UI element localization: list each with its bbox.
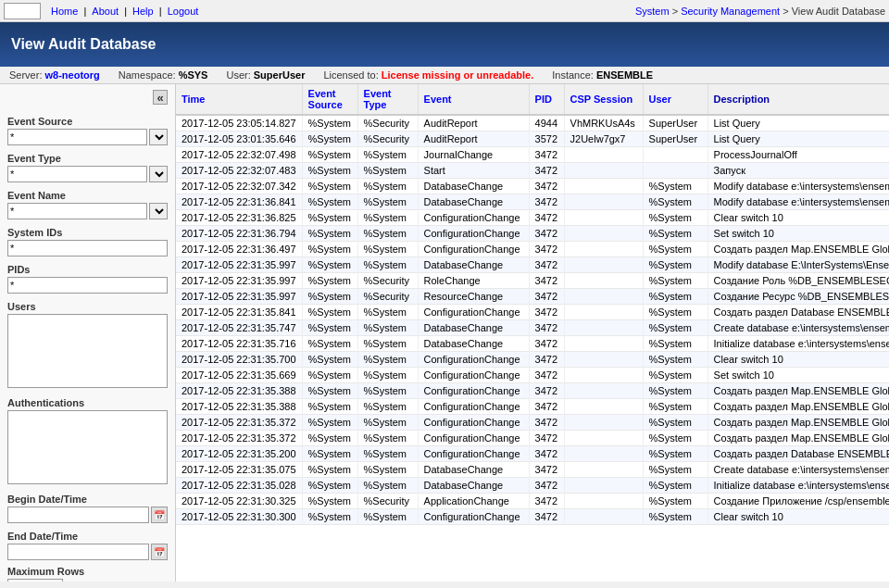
- table-cell: 2017-12-05 22:31:36.497: [176, 242, 302, 257]
- col-header-pid[interactable]: PID: [529, 84, 564, 115]
- users-textarea[interactable]: [7, 314, 168, 388]
- col-header-user[interactable]: User: [643, 84, 707, 115]
- table-cell: ConfigurationChange: [418, 226, 529, 242]
- sidebar: « Event Source ▼ Event Type ▼ Event Name…: [0, 84, 176, 582]
- table-cell: 3472: [529, 383, 564, 399]
- main-layout: « Event Source ▼ Event Type ▼ Event Name…: [0, 84, 889, 582]
- max-rows-input[interactable]: [7, 579, 63, 582]
- table-cell: 3472: [529, 509, 564, 525]
- table-cell: 3472: [529, 478, 564, 494]
- instance-info: Instance: ENSEMBLE: [552, 69, 653, 81]
- table-cell: List Query: [707, 115, 889, 131]
- table-row: 2017-12-05 22:31:35.997%System%SecurityR…: [176, 273, 889, 289]
- col-header-description[interactable]: Description: [707, 84, 889, 115]
- begin-date-calendar-icon[interactable]: 📅: [151, 507, 168, 523]
- begin-date-input[interactable]: [7, 507, 149, 523]
- table-cell: 3472: [529, 399, 564, 415]
- end-date-input[interactable]: [7, 544, 149, 560]
- table-cell: [564, 163, 643, 179]
- table-row: 2017-12-05 22:31:35.372%System%SystemCon…: [176, 431, 889, 446]
- table-cell: 2017-12-05 22:31:35.388: [176, 383, 302, 399]
- table-cell: %System: [302, 179, 357, 194]
- table-cell: 2017-12-05 22:31:35.716: [176, 336, 302, 352]
- table-cell: %System: [357, 509, 418, 525]
- pids-input[interactable]: [7, 277, 168, 294]
- table-cell: %System: [643, 399, 707, 415]
- server-value: w8-neotorg: [45, 69, 100, 81]
- col-header-time[interactable]: Time: [176, 84, 302, 115]
- table-cell: %System: [643, 242, 707, 257]
- table-cell: %System: [357, 352, 418, 368]
- table-cell: [564, 383, 643, 399]
- table-cell: %System: [643, 431, 707, 446]
- table-cell: [564, 147, 643, 163]
- col-header-event-source[interactable]: EventSource: [302, 84, 357, 115]
- table-cell: %System: [357, 147, 418, 163]
- breadcrumb-security[interactable]: Security Management: [681, 6, 780, 17]
- breadcrumb-system[interactable]: System: [635, 6, 670, 17]
- top-nav-input[interactable]: [4, 3, 41, 19]
- collapse-button[interactable]: «: [153, 90, 168, 105]
- table-cell: 2017-12-05 22:31:35.372: [176, 431, 302, 446]
- table-cell: ConfigurationChange: [418, 431, 529, 446]
- table-cell: 2017-12-05 22:31:35.997: [176, 273, 302, 289]
- col-header-csp-session[interactable]: CSP Session: [564, 84, 643, 115]
- table-cell: Создать раздел Map.ENSEMBLE Global: [707, 431, 889, 446]
- table-row: 2017-12-05 22:31:35.372%System%SystemCon…: [176, 415, 889, 431]
- event-source-select[interactable]: ▼: [149, 129, 168, 145]
- table-cell: %System: [302, 273, 357, 289]
- table-cell: 2017-12-05 22:31:36.825: [176, 210, 302, 226]
- license-value: License missing or unreadable.: [382, 69, 533, 81]
- table-cell: ConfigurationChange: [418, 383, 529, 399]
- event-type-select[interactable]: ▼: [149, 166, 168, 182]
- table-row: 2017-12-05 22:31:35.075%System%SystemDat…: [176, 462, 889, 478]
- table-cell: Создать раздел Map.ENSEMBLE Global: [707, 242, 889, 257]
- table-cell: [564, 415, 643, 431]
- event-type-label: Event Type: [7, 153, 168, 164]
- table-cell: Создать раздел Database ENSEMBLESE: [707, 305, 889, 320]
- table-cell: RoleChange: [418, 273, 529, 289]
- table-cell: %Security: [357, 115, 418, 131]
- table-cell: [564, 179, 643, 194]
- table-cell: [564, 257, 643, 273]
- table-cell: DatabaseChange: [418, 478, 529, 494]
- authentications-textarea[interactable]: [7, 410, 168, 484]
- table-row: 2017-12-05 22:31:35.388%System%SystemCon…: [176, 383, 889, 399]
- system-ids-input[interactable]: [7, 240, 168, 256]
- event-source-input[interactable]: [7, 129, 147, 145]
- table-cell: 3472: [529, 210, 564, 226]
- table-cell: 3472: [529, 147, 564, 163]
- col-header-event-type[interactable]: EventType: [357, 84, 418, 115]
- table-cell: 4944: [529, 115, 564, 131]
- table-cell: %Security: [357, 131, 418, 147]
- table-cell: [564, 226, 643, 242]
- table-row: 2017-12-05 22:31:35.841%System%SystemCon…: [176, 305, 889, 320]
- table-cell: %System: [302, 210, 357, 226]
- table-cell: %System: [302, 478, 357, 494]
- event-name-select[interactable]: ▼: [149, 203, 168, 219]
- end-date-calendar-icon[interactable]: 📅: [151, 544, 168, 560]
- nav-help[interactable]: Help: [132, 6, 154, 17]
- table-cell: AuditReport: [418, 131, 529, 147]
- table-row: 2017-12-05 22:31:35.997%System%SystemDat…: [176, 257, 889, 273]
- table-cell: %System: [302, 147, 357, 163]
- event-name-input[interactable]: [7, 203, 147, 219]
- event-type-input[interactable]: [7, 166, 147, 182]
- table-cell: 3472: [529, 415, 564, 431]
- table-cell: 2017-12-05 22:31:35.388: [176, 399, 302, 415]
- server-bar: Server: w8-neotorg Namespace: %SYS User:…: [0, 67, 889, 84]
- table-cell: %System: [357, 242, 418, 257]
- table-cell: %System: [302, 462, 357, 478]
- table-cell: %System: [643, 368, 707, 383]
- table-cell: %System: [302, 289, 357, 305]
- table-cell: %System: [357, 462, 418, 478]
- table-cell: %System: [302, 257, 357, 273]
- nav-home[interactable]: Home: [51, 6, 78, 17]
- nav-logout[interactable]: Logout: [168, 6, 199, 17]
- table-cell: %System: [357, 179, 418, 194]
- nav-about[interactable]: About: [92, 6, 119, 17]
- col-header-event[interactable]: Event: [418, 84, 529, 115]
- table-cell: [564, 194, 643, 210]
- table-row: 2017-12-05 22:31:36.794%System%SystemCon…: [176, 226, 889, 242]
- table-cell: %System: [643, 210, 707, 226]
